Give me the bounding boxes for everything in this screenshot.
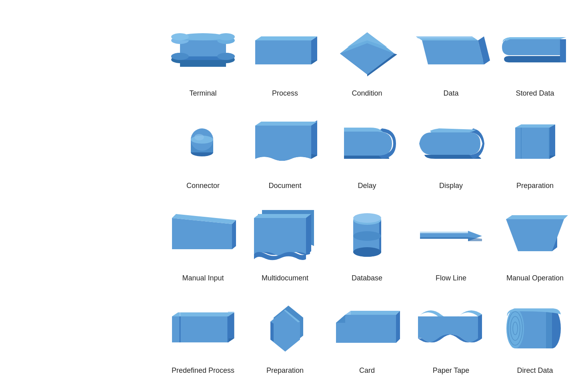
svg-marker-67: [506, 215, 568, 219]
svg-marker-85: [336, 315, 345, 323]
svg-marker-79: [270, 322, 274, 342]
shape-manual-operation: [498, 204, 572, 268]
label-connector: Connector: [186, 182, 220, 190]
svg-point-60: [353, 213, 381, 223]
label-condition: Condition: [352, 89, 382, 98]
label-preparation: Preparation: [516, 182, 554, 190]
svg-marker-42: [515, 124, 555, 128]
label-stored-data: Stored Data: [516, 89, 554, 98]
shape-flow-line: [412, 204, 490, 268]
shape-database: [330, 204, 404, 268]
svg-marker-68: [228, 312, 234, 342]
shape-process: [248, 19, 322, 83]
svg-point-13: [171, 33, 189, 40]
label-paper-tape: Paper Tape: [433, 366, 470, 375]
cell-terminal: Terminal: [162, 11, 244, 104]
svg-point-34: [194, 134, 204, 140]
svg-marker-35: [311, 120, 317, 159]
svg-point-58: [353, 231, 381, 241]
shape-delay: [330, 112, 404, 176]
cell-process: Process: [244, 11, 326, 104]
cell-manual-operation: Manual Operation: [494, 196, 576, 288]
label-card: Card: [359, 366, 375, 375]
cell-data: Data: [408, 11, 494, 104]
svg-marker-50: [306, 214, 311, 255]
cell-manual-input: Manual Input: [162, 196, 244, 288]
shape-document: [248, 112, 322, 176]
cell-connector: Connector: [162, 104, 244, 196]
shape-data: [412, 19, 490, 83]
cell-display: Display: [408, 104, 494, 196]
shape-terminal: [166, 19, 240, 83]
label-data: Data: [443, 89, 458, 98]
cell-preparation: Preparation: [494, 104, 576, 196]
cell-document: Document: [244, 104, 326, 196]
svg-marker-26: [422, 40, 484, 64]
shape-manual-input: [166, 204, 240, 268]
svg-rect-6: [180, 40, 226, 56]
label-process: Process: [272, 89, 298, 98]
cell-preparation2: Preparation: [244, 288, 326, 381]
svg-marker-82: [396, 311, 400, 343]
svg-marker-28: [416, 36, 474, 38]
svg-rect-17: [255, 40, 311, 64]
cell-paper-tape: Paper Tape: [408, 288, 494, 381]
svg-marker-36: [255, 122, 317, 126]
shape-paper-tape: [412, 296, 490, 360]
svg-point-90: [506, 308, 524, 348]
svg-marker-74: [172, 312, 234, 316]
label-predefined-process: Predefined Process: [172, 366, 234, 375]
svg-point-10: [217, 53, 235, 60]
svg-rect-29: [560, 39, 566, 62]
label-document: Document: [268, 182, 301, 190]
label-preparation2: Preparation: [266, 366, 304, 375]
shape-multidocument: [248, 204, 322, 268]
cell-predefined-process: Predefined Process: [162, 288, 244, 381]
svg-point-14: [217, 33, 235, 40]
label-direct-data: Direct Data: [517, 366, 553, 375]
cell-flow-line: Flow Line: [408, 196, 494, 288]
svg-point-57: [353, 247, 381, 257]
label-database: Database: [352, 274, 382, 282]
shapes-grid: Terminal Process Condition Data: [150, 3, 588, 389]
svg-marker-45: [232, 220, 236, 249]
cell-condition: Condition: [326, 11, 408, 104]
shape-preparation: [498, 112, 572, 176]
svg-point-9: [171, 53, 189, 60]
cell-delay: Delay: [326, 104, 408, 196]
shape-predefined-process: [166, 296, 240, 360]
svg-marker-86: [345, 311, 351, 315]
shape-preparation2: [248, 296, 322, 360]
label-multidocument: Multidocument: [262, 274, 308, 282]
svg-rect-89: [546, 308, 552, 348]
label-manual-input: Manual Input: [182, 274, 224, 282]
svg-marker-37: [549, 124, 555, 159]
shape-stored-data: [498, 19, 572, 83]
svg-marker-84: [345, 311, 400, 315]
cell-card: Card: [326, 288, 408, 381]
cell-database: Database: [326, 196, 408, 288]
svg-marker-18: [255, 36, 317, 40]
label-manual-operation: Manual Operation: [506, 274, 564, 282]
svg-marker-49: [254, 214, 311, 218]
shape-condition: [330, 19, 404, 83]
svg-marker-62: [420, 237, 482, 241]
svg-rect-39: [515, 128, 549, 159]
shape-connector: [166, 112, 240, 176]
shape-card: [330, 296, 404, 360]
shape-direct-data: [498, 296, 572, 360]
svg-marker-63: [420, 232, 468, 233]
label-flow-line: Flow Line: [436, 274, 466, 282]
cell-multidocument: Multidocument: [244, 196, 326, 288]
label-delay: Delay: [358, 182, 376, 190]
shape-display: [412, 112, 490, 176]
label-terminal: Terminal: [189, 89, 216, 98]
svg-marker-15: [311, 36, 317, 64]
label-display: Display: [439, 182, 463, 190]
shapes-grid: [0, 188, 150, 204]
cell-direct-data: Direct Data: [494, 288, 576, 381]
cell-stored-data: Stored Data: [494, 11, 576, 104]
